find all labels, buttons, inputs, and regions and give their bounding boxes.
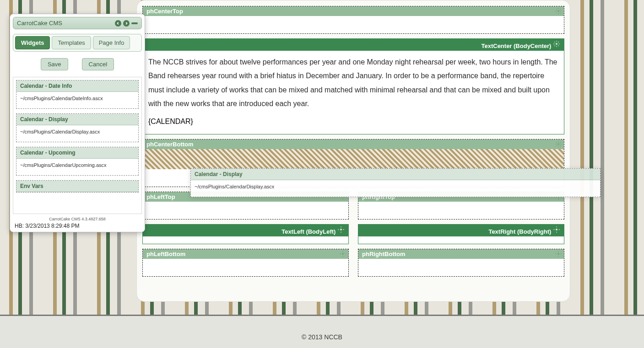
widget-item[interactable]: Calendar - Upcoming ~/cmsPlugins/Calenda… <box>16 147 139 176</box>
widget-item[interactable]: Env Vars <box>16 180 139 193</box>
calendar-token: {CALENDAR} <box>143 116 564 134</box>
toolbox-title: CarrotCake CMS <box>17 20 62 27</box>
gear-icon[interactable] <box>555 250 562 259</box>
minimize-icon[interactable] <box>131 22 138 24</box>
widget-item[interactable]: Calendar - Date Info ~/cmsPlugins/Calend… <box>16 80 139 109</box>
drag-ghost-title: Calendar - Display <box>191 169 600 180</box>
gear-icon[interactable] <box>555 7 562 16</box>
zone-center-top[interactable]: phCenterTop <box>142 6 564 34</box>
zone-label: TextCenter (BodyCenter) <box>481 43 551 49</box>
svg-point-4 <box>340 229 342 230</box>
widget-list[interactable]: Calendar - Date Info ~/cmsPlugins/Calend… <box>13 77 142 214</box>
zone-text-center[interactable]: TextCenter (BodyCenter) The NCCB strives… <box>142 38 564 134</box>
zone-right-bottom[interactable]: phRightBottom <box>358 249 564 277</box>
gear-icon[interactable] <box>339 250 346 259</box>
zone-label: phLeftTop <box>146 193 175 200</box>
gear-icon[interactable] <box>553 42 560 49</box>
tab-widgets[interactable]: Widgets <box>15 36 50 49</box>
svg-point-1 <box>556 43 557 45</box>
gear-icon[interactable] <box>337 228 345 235</box>
svg-point-0 <box>557 10 559 12</box>
zone-text-right[interactable]: TextRight (BodyRight) <box>358 224 564 244</box>
page-card: phCenterTop TextCenter (BodyCenter) The … <box>136 0 570 302</box>
zone-label: phLeftBottom <box>146 251 185 257</box>
widget-item-title: Calendar - Date Info <box>16 80 138 92</box>
zone-text-left[interactable]: TextLeft (BodyLeft) <box>142 224 349 244</box>
footer-text: © 2013 NCCB <box>0 316 644 341</box>
widget-item-path: ~/cmsPlugins/CalendarUpcoming.ascx <box>16 159 138 175</box>
tab-templates[interactable]: Templates <box>52 36 91 49</box>
drop-target[interactable] <box>143 149 564 169</box>
svg-point-5 <box>342 253 344 255</box>
svg-point-8 <box>557 253 559 255</box>
drag-ghost[interactable]: Calendar - Display ~/cmsPlugins/Calendar… <box>190 168 601 197</box>
widget-item[interactable]: Calendar - Display ~/cmsPlugins/Calendar… <box>16 113 139 142</box>
zone-label: phRightBottom <box>362 251 406 257</box>
drag-ghost-path: ~/cmsPlugins/CalendarDisplay.ascx <box>191 180 600 197</box>
widget-item-title: Calendar - Display <box>16 114 138 125</box>
save-button[interactable]: Save <box>41 58 68 70</box>
zone-left-bottom[interactable]: phLeftBottom <box>142 249 349 277</box>
toolbox-heartbeat: HB: 3/23/2013 8:29:48 PM <box>13 221 142 229</box>
gear-icon[interactable] <box>555 140 562 149</box>
toolbox-version: CarrotCake CMS 4.3.4827.658 <box>13 217 142 221</box>
page-footer: © 2013 NCCB <box>0 315 644 348</box>
zone-label: TextRight (BodyRight) <box>488 228 551 235</box>
widget-item-title: Env Vars <box>16 181 138 192</box>
svg-point-7 <box>556 229 557 230</box>
zone-label: TextLeft (BodyLeft) <box>281 228 336 235</box>
tab-row: Widgets Templates Page Info <box>13 34 142 52</box>
nav-next-icon[interactable] <box>123 20 130 27</box>
tab-page-info[interactable]: Page Info <box>93 36 130 49</box>
svg-point-2 <box>557 143 559 145</box>
widget-item-path: ~/cmsPlugins/CalendarDateInfo.ascx <box>16 92 138 108</box>
cancel-button[interactable]: Cancel <box>82 58 114 70</box>
zone-label: phCenterTop <box>146 8 183 15</box>
widget-item-title: Calendar - Upcoming <box>16 147 138 159</box>
body-paragraph: The NCCB strives for about twelve perfor… <box>143 51 564 116</box>
toolbox-panel[interactable]: CarrotCake CMS Widgets Templates Page In… <box>10 14 145 232</box>
toolbox-titlebar[interactable]: CarrotCake CMS <box>13 17 142 29</box>
gear-icon[interactable] <box>553 228 560 235</box>
widget-item-path: ~/cmsPlugins/CalendarDisplay.ascx <box>16 125 138 142</box>
zone-label: phCenterBottom <box>146 141 194 148</box>
nav-prev-icon[interactable] <box>115 20 121 27</box>
